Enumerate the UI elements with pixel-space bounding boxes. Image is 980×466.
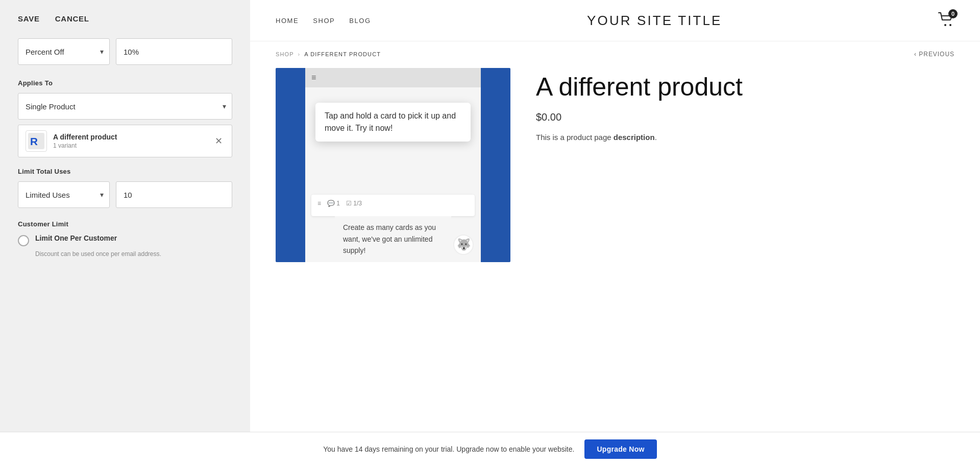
product-desc-end: . <box>655 133 657 142</box>
save-button[interactable]: SAVE <box>18 14 40 23</box>
product-image-main: ≡ Tap and hold a card to pick it up and … <box>276 68 510 262</box>
applies-to-select-wrapper: Single Product All Products Specific Col… <box>18 93 232 120</box>
tooltip-text: Tap and hold a card to pick it up and mo… <box>325 111 456 132</box>
applies-to-section: Applies To Single Product All Products S… <box>18 79 232 157</box>
card-stats: ≡ 💬 1 ☑ 1/3 <box>317 200 469 207</box>
image-center-content: ≡ Tap and hold a card to pick it up and … <box>305 68 481 262</box>
svg-text:R: R <box>30 135 38 147</box>
applies-to-select[interactable]: Single Product All Products Specific Col… <box>18 93 232 120</box>
left-panel-body: Percent Off Amount Off Free Shipping ▾ A… <box>0 33 250 432</box>
product-logo-icon: R <box>28 133 44 149</box>
discount-value-input[interactable] <box>116 38 232 65</box>
product-description: This is a product page description. <box>536 131 954 144</box>
product-bottom-section: Create as many cards as you want, we've … <box>335 216 451 262</box>
breadcrumb-separator: › <box>298 51 301 57</box>
site-header: HOME SHOP BLOG YOUR SITE TITLE 0 <box>250 0 980 41</box>
product-title-main: A different product <box>536 73 954 101</box>
card-menu-icon: ≡ <box>317 200 321 207</box>
product-desc-normal: This is a product page <box>536 133 614 142</box>
breadcrumb-shop-link[interactable]: SHOP <box>276 51 294 57</box>
product-logo: R <box>26 130 47 152</box>
husky-avatar: 🐺 <box>453 235 474 255</box>
customer-limit-label: Customer Limit <box>18 220 232 228</box>
left-panel: SAVE CANCEL Percent Off Amount Off Free … <box>0 0 250 432</box>
bottom-card-text: Create as many cards as you want, we've … <box>343 222 443 256</box>
product-variant: 1 variant <box>53 142 207 149</box>
product-details: A different product $0.00 This is a prod… <box>536 68 954 422</box>
svg-point-3 <box>949 24 951 26</box>
upgrade-text: You have 14 days remaining on your trial… <box>323 445 574 453</box>
right-panel: HOME SHOP BLOG YOUR SITE TITLE 0 SHOP › … <box>250 0 980 432</box>
limit-per-customer-radio[interactable] <box>18 235 29 246</box>
product-desc-bold: description <box>614 133 655 142</box>
product-price: $0.00 <box>536 111 954 123</box>
product-area: ≡ Tap and hold a card to pick it up and … <box>250 63 980 432</box>
product-remove-button[interactable]: ✕ <box>213 136 225 146</box>
kanban-card-lower: ≡ 💬 1 ☑ 1/3 <box>311 195 475 216</box>
radio-sublabel: Discount can be used once per email addr… <box>18 250 232 258</box>
product-images: ≡ Tap and hold a card to pick it up and … <box>276 68 510 422</box>
discount-type-select-wrapper: Percent Off Amount Off Free Shipping ▾ <box>18 38 110 65</box>
breadcrumb: SHOP › A DIFFERENT PRODUCT <box>276 51 381 57</box>
upgrade-bar: You have 14 days remaining on your trial… <box>0 432 980 466</box>
limit-type-select-wrapper: Limited Uses Unlimited Uses ▾ <box>18 181 110 208</box>
breadcrumb-current: A DIFFERENT PRODUCT <box>304 51 381 57</box>
svg-point-2 <box>944 24 946 26</box>
discount-type-select[interactable]: Percent Off Amount Off Free Shipping <box>18 38 110 65</box>
limit-count-input[interactable] <box>116 181 232 208</box>
product-item: R A different product 1 variant ✕ <box>18 125 232 157</box>
card-comment: 💬 1 <box>327 200 340 207</box>
kanban-top-bar: ≡ <box>305 68 481 87</box>
limit-uses-section: Limit Total Uses Limited Uses Unlimited … <box>18 168 232 208</box>
product-info: A different product 1 variant <box>53 133 207 149</box>
card-checklist: ☑ 1/3 <box>346 200 362 207</box>
nav-blog[interactable]: BLOG <box>349 17 371 25</box>
cart-badge: 0 <box>948 9 958 18</box>
cart-icon[interactable]: 0 <box>938 12 954 29</box>
radio-label: Limit One Per Customer <box>35 234 117 242</box>
cancel-button[interactable]: CANCEL <box>55 14 89 23</box>
customer-limit-section: Customer Limit Limit One Per Customer Di… <box>18 220 232 258</box>
nav-shop[interactable]: SHOP <box>313 17 335 25</box>
radio-row: Limit One Per Customer <box>18 234 232 246</box>
nav-home[interactable]: HOME <box>276 17 299 25</box>
discount-type-row: Percent Off Amount Off Free Shipping ▾ <box>18 38 232 65</box>
tooltip-card: Tap and hold a card to pick it up and mo… <box>315 103 471 142</box>
previous-link[interactable]: ‹ PREVIOUS <box>914 51 954 58</box>
limit-type-select[interactable]: Limited Uses Unlimited Uses <box>18 181 110 208</box>
breadcrumb-row: SHOP › A DIFFERENT PRODUCT ‹ PREVIOUS <box>250 41 980 63</box>
site-nav: HOME SHOP BLOG <box>276 17 371 25</box>
limit-uses-row: Limited Uses Unlimited Uses ▾ <box>18 181 232 208</box>
applies-to-label: Applies To <box>18 79 232 87</box>
top-bar: SAVE CANCEL <box>0 0 250 33</box>
kanban-menu-icon: ≡ <box>311 73 316 82</box>
upgrade-now-button[interactable]: Upgrade Now <box>584 439 656 459</box>
product-name: A different product <box>53 133 207 141</box>
limit-uses-label: Limit Total Uses <box>18 168 232 175</box>
site-title: YOUR SITE TITLE <box>587 13 722 29</box>
